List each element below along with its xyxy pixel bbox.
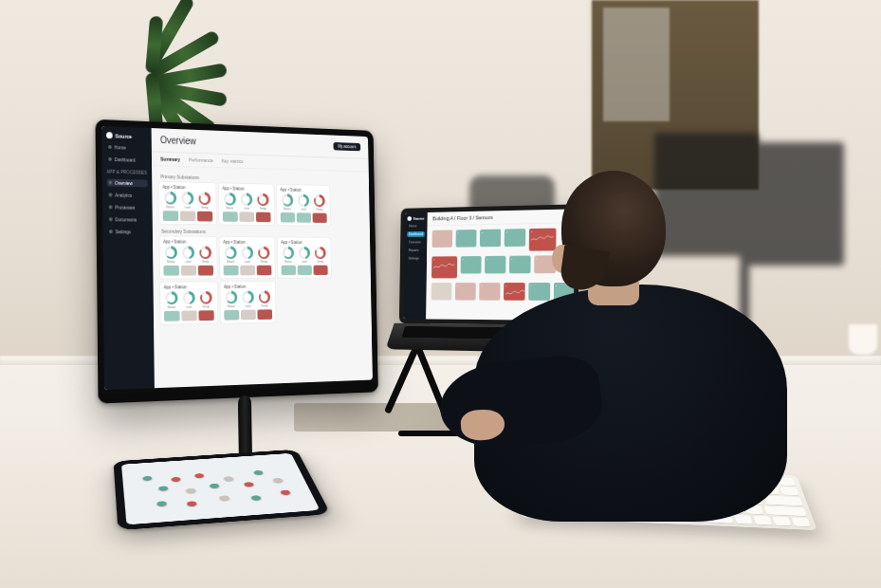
key[interactable] bbox=[721, 485, 740, 493]
sidebar-item-overview[interactable]: Overview bbox=[107, 179, 148, 188]
map-pin[interactable] bbox=[250, 495, 262, 501]
breadcrumb[interactable]: Building A / Floor 3 / Sensors bbox=[432, 212, 575, 221]
key[interactable] bbox=[586, 479, 602, 487]
tab-performance[interactable]: Performance bbox=[189, 157, 213, 164]
sidebar-item-overview[interactable]: Overview bbox=[407, 239, 425, 245]
map-pin[interactable] bbox=[219, 495, 229, 501]
key[interactable] bbox=[610, 509, 705, 522]
key[interactable] bbox=[625, 481, 642, 489]
key[interactable] bbox=[569, 498, 585, 506]
key[interactable] bbox=[753, 516, 772, 525]
map-pin[interactable] bbox=[244, 482, 254, 487]
status-chip[interactable] bbox=[180, 211, 195, 221]
map-pin[interactable] bbox=[156, 501, 167, 506]
status-chip[interactable] bbox=[313, 213, 327, 223]
key[interactable] bbox=[725, 504, 743, 513]
metric-cluster[interactable]: App • StationStatusLoadTemp bbox=[278, 237, 331, 278]
sidebar-item-settings[interactable]: Settings bbox=[107, 228, 148, 235]
sidebar-item-settings[interactable]: Settings bbox=[407, 256, 425, 262]
key[interactable] bbox=[529, 477, 546, 486]
key[interactable] bbox=[764, 496, 803, 505]
key[interactable] bbox=[530, 468, 546, 475]
key[interactable] bbox=[528, 486, 552, 494]
sidebar-item-reports[interactable]: Reports bbox=[407, 248, 425, 253]
key[interactable] bbox=[567, 478, 583, 487]
sensor-tile[interactable]: • bbox=[504, 283, 525, 301]
key[interactable] bbox=[738, 476, 757, 485]
sidebar-item-processes[interactable]: Processes bbox=[107, 203, 148, 211]
sensor-tile[interactable]: • bbox=[554, 283, 575, 301]
metric-cluster[interactable]: App • StationStatusLoadTemp bbox=[220, 282, 275, 323]
key[interactable] bbox=[624, 471, 641, 480]
key[interactable] bbox=[627, 500, 644, 508]
key[interactable] bbox=[646, 501, 663, 509]
status-chip[interactable] bbox=[181, 266, 196, 276]
laptop-app[interactable]: Source Home Dashboard Overview Reports S… bbox=[403, 209, 575, 321]
status-chip[interactable] bbox=[281, 212, 295, 223]
metric-cluster[interactable]: App • StationStatusLoadTemp bbox=[220, 237, 275, 278]
tab-metrics[interactable]: Key metrics bbox=[221, 158, 243, 164]
map-pin[interactable] bbox=[158, 486, 169, 491]
key[interactable] bbox=[792, 517, 811, 526]
account-button[interactable]: My account bbox=[333, 142, 360, 151]
key[interactable] bbox=[773, 516, 792, 525]
key[interactable] bbox=[760, 487, 779, 495]
key[interactable] bbox=[681, 473, 699, 482]
sensor-tile[interactable]: • bbox=[509, 256, 531, 274]
status-chip[interactable] bbox=[239, 211, 254, 222]
status-chip[interactable] bbox=[223, 211, 238, 222]
metric-cluster[interactable]: App • StationStatusLoadTemp bbox=[159, 237, 216, 279]
key[interactable] bbox=[735, 515, 753, 524]
key[interactable] bbox=[581, 508, 606, 518]
brand-logo[interactable]: Source bbox=[408, 216, 426, 221]
sensor-tile[interactable]: • bbox=[461, 256, 482, 274]
status-chip[interactable] bbox=[240, 266, 255, 276]
status-chip[interactable] bbox=[241, 310, 256, 321]
status-chip[interactable] bbox=[164, 311, 180, 322]
status-chip[interactable] bbox=[198, 310, 213, 321]
key[interactable] bbox=[685, 503, 703, 512]
key[interactable] bbox=[693, 493, 709, 502]
status-chip[interactable] bbox=[298, 266, 312, 275]
status-chip[interactable] bbox=[163, 266, 179, 276]
map-pin[interactable] bbox=[194, 473, 205, 478]
map-pin[interactable] bbox=[186, 488, 196, 494]
sensor-tile[interactable]: • bbox=[480, 230, 501, 248]
key[interactable] bbox=[757, 477, 776, 486]
sidebar-item-documents[interactable]: Documents bbox=[107, 215, 148, 223]
key[interactable] bbox=[624, 490, 639, 499]
sidebar-item-home[interactable]: Home bbox=[106, 143, 147, 152]
sidebar-item-analytics[interactable]: Analytics bbox=[107, 191, 148, 199]
key[interactable] bbox=[608, 499, 625, 507]
key[interactable] bbox=[606, 489, 621, 498]
key[interactable] bbox=[741, 486, 760, 494]
sensor-tile[interactable]: • bbox=[431, 256, 457, 278]
key[interactable] bbox=[666, 502, 684, 511]
map-pin[interactable] bbox=[253, 470, 264, 475]
key[interactable] bbox=[588, 498, 604, 506]
key[interactable] bbox=[702, 484, 720, 492]
sensor-tile[interactable]: • bbox=[432, 230, 453, 247]
tab-summary[interactable]: Summary bbox=[160, 156, 180, 162]
brand-logo[interactable]: Source bbox=[106, 132, 147, 139]
status-chip[interactable] bbox=[163, 211, 179, 221]
key[interactable] bbox=[746, 495, 763, 504]
dashboard-app[interactable]: Source Home Dashboard App & Processes Ov… bbox=[101, 126, 373, 390]
metric-cluster[interactable]: App • StationStatusLoadTemp bbox=[159, 182, 216, 225]
status-chip[interactable] bbox=[198, 266, 213, 276]
sidebar-item-dashboard[interactable]: Dashboard bbox=[407, 231, 425, 237]
status-chip[interactable] bbox=[197, 211, 212, 222]
key[interactable] bbox=[572, 487, 586, 496]
key[interactable] bbox=[663, 482, 681, 490]
sensor-tile[interactable]: • bbox=[529, 229, 557, 251]
key[interactable] bbox=[641, 490, 656, 499]
key[interactable] bbox=[554, 487, 569, 496]
key[interactable] bbox=[606, 480, 623, 488]
key[interactable] bbox=[707, 513, 734, 523]
map-pin[interactable] bbox=[280, 489, 291, 495]
key[interactable] bbox=[700, 474, 718, 483]
sensor-tile[interactable]: • bbox=[479, 283, 500, 301]
status-chip[interactable] bbox=[181, 310, 196, 321]
key[interactable] bbox=[605, 470, 621, 479]
sensor-tile[interactable]: • bbox=[505, 229, 526, 247]
